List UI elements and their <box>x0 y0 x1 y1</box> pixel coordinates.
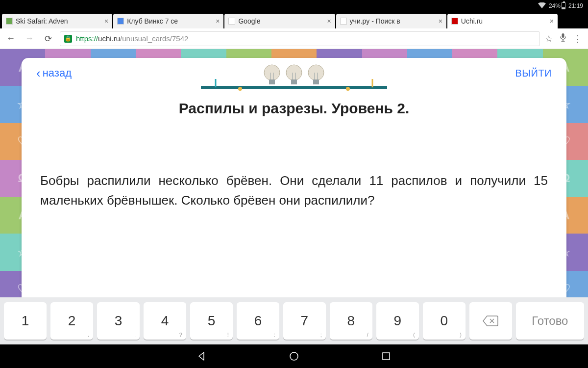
android-status-bar: 24% 21:19 <box>0 0 588 12</box>
svg-point-6 <box>264 65 280 80</box>
tab-label: учи.ру - Поиск в <box>350 17 400 25</box>
android-back-button[interactable] <box>195 349 209 363</box>
key-sublabel: ? <box>179 332 182 338</box>
browser-tabstrip: Ski Safari: Adven×Клуб Винкс 7 се×Google… <box>0 12 588 28</box>
android-recents-button[interactable] <box>379 349 393 363</box>
tab-close-icon[interactable]: × <box>327 17 331 25</box>
lock-icon: 🔒 <box>64 35 72 43</box>
key-done[interactable]: Готово <box>516 302 584 340</box>
tab-favicon <box>451 18 458 25</box>
key-7[interactable]: 7; <box>283 302 326 340</box>
key-3[interactable]: 3, <box>97 302 140 340</box>
new-tab-area[interactable] <box>559 14 588 28</box>
key-9[interactable]: 9( <box>376 302 419 340</box>
tab-close-icon[interactable]: × <box>104 17 108 25</box>
battery-icon <box>562 2 565 9</box>
exercise-title: Распилы и разрезы. Уровень 2. <box>36 100 552 117</box>
browser-tab[interactable]: Ski Safari: Adven× <box>2 14 112 28</box>
key-8[interactable]: 8/ <box>330 302 372 340</box>
android-home-button[interactable] <box>287 349 301 363</box>
tab-favicon <box>6 18 13 25</box>
key-label: 5 <box>208 313 216 329</box>
key-label: 9 <box>394 313 402 329</box>
device-frame: 24% 21:19 Ski Safari: Adven×Клуб Винкс 7… <box>0 0 588 368</box>
exit-link[interactable]: ВЫЙТИ <box>515 68 552 79</box>
key-sublabel: , <box>134 332 136 338</box>
tab-close-icon[interactable]: × <box>216 17 220 25</box>
url-text: https://uchi.ru/unusual_cards/7542 <box>76 34 188 43</box>
key-6[interactable]: 6: <box>237 302 279 340</box>
key-sublabel: : <box>274 332 275 338</box>
nav-back-button[interactable]: ← <box>4 32 18 46</box>
exercise-text: Бобры распилили несколько брёвен. Они сд… <box>36 171 552 210</box>
key-sublabel: ! <box>227 332 229 338</box>
key-sublabel: ( <box>413 332 415 338</box>
browser-tab[interactable]: Клуб Винкс 7 се× <box>113 14 223 28</box>
key-label: 6 <box>254 313 262 329</box>
key-done-label: Готово <box>532 314 568 328</box>
key-sublabel: . <box>88 332 89 338</box>
tab-label: Ski Safari: Adven <box>16 17 68 25</box>
bookmark-star-icon[interactable]: ☆ <box>545 33 553 44</box>
svg-rect-19 <box>383 353 390 360</box>
tab-favicon <box>340 18 347 25</box>
svg-point-4 <box>238 87 242 91</box>
svg-point-18 <box>290 352 298 360</box>
browser-toolbar: ← → ⟳ 🔒 https://uchi.ru/unusual_cards/75… <box>0 28 588 49</box>
menu-kebab-icon[interactable]: ⋮ <box>573 33 582 44</box>
nav-forward-button[interactable]: → <box>23 32 36 46</box>
back-link[interactable]: ‹ назад <box>36 67 72 79</box>
key-sublabel: ; <box>320 332 322 338</box>
tab-label: Google <box>238 17 260 25</box>
key-label: 8 <box>347 313 355 329</box>
android-navbar <box>0 344 588 368</box>
backspace-icon <box>482 315 499 327</box>
key-5[interactable]: 5! <box>190 302 233 340</box>
svg-point-10 <box>286 65 302 80</box>
svg-rect-11 <box>291 79 297 84</box>
tab-label: Клуб Винкс 7 се <box>127 17 178 25</box>
numeric-keyboard: 12.3,4?5!6:7;8/9(0)Готово <box>0 297 588 344</box>
key-label: 0 <box>441 313 448 329</box>
key-label: 3 <box>115 313 122 329</box>
key-sublabel: / <box>367 332 368 338</box>
key-1[interactable]: 1 <box>4 302 47 340</box>
back-link-label: назад <box>43 67 72 79</box>
key-backspace[interactable] <box>469 302 512 340</box>
lightbulbs-decoration <box>201 62 387 96</box>
browser-tab[interactable]: учи.ру - Поиск в× <box>336 14 446 28</box>
key-label: 1 <box>22 313 29 329</box>
key-sublabel: ) <box>460 332 462 338</box>
svg-point-14 <box>308 65 324 80</box>
key-4[interactable]: 4? <box>144 302 186 340</box>
chevron-left-icon: ‹ <box>36 67 41 79</box>
tab-favicon <box>228 18 235 25</box>
wifi-icon <box>538 2 546 10</box>
tab-close-icon[interactable]: × <box>550 17 554 25</box>
battery-pct: 24% <box>549 2 561 9</box>
exit-link-label: ВЫЙТИ <box>515 68 552 79</box>
key-2[interactable]: 2. <box>50 302 93 340</box>
browser-tab[interactable]: Google× <box>224 14 335 28</box>
reload-button[interactable]: ⟳ <box>41 32 55 46</box>
key-label: 7 <box>301 313 309 329</box>
tab-favicon <box>117 18 124 25</box>
svg-rect-7 <box>269 79 275 84</box>
battery-indicator: 24% <box>549 2 565 9</box>
address-bar[interactable]: 🔒 https://uchi.ru/unusual_cards/7542 <box>60 31 540 46</box>
tab-label: Uchi.ru <box>461 17 483 25</box>
tab-close-icon[interactable]: × <box>439 17 442 25</box>
key-label: 4 <box>161 313 169 329</box>
svg-rect-15 <box>313 79 319 84</box>
browser-tab[interactable]: Uchi.ru× <box>447 14 558 28</box>
svg-point-5 <box>346 87 350 91</box>
voice-search-icon[interactable] <box>560 33 566 44</box>
svg-rect-0 <box>562 33 564 38</box>
key-0[interactable]: 0) <box>423 302 466 340</box>
key-label: 2 <box>68 313 76 329</box>
clock: 21:19 <box>568 2 583 9</box>
